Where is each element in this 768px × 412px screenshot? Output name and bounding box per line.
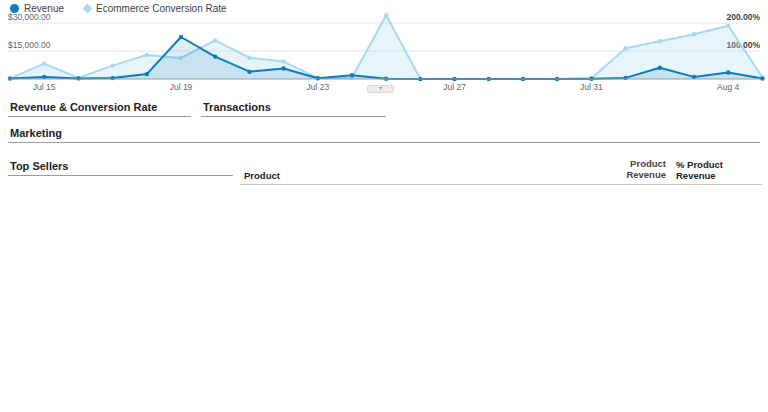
svg-text:Aug 4: Aug 4 [717,82,739,92]
legend-revenue: Revenue [10,3,64,14]
column-header-product[interactable]: Product [244,170,588,181]
top-sellers-section: Top Sellers Product Product Revenue % Pr… [0,157,768,185]
svg-text:Jul 19: Jul 19 [170,82,193,92]
svg-text:200.00%: 200.00% [726,13,760,22]
svg-text:Jul 15: Jul 15 [33,82,56,92]
svg-text:$15,000.00: $15,000.00 [8,40,51,50]
legend-revenue-label: Revenue [24,3,64,14]
panel-revenue-conversion: Revenue & Conversion Rate [8,98,191,117]
product-table: Product Product Revenue % Product Revenu… [240,157,768,185]
column-header-product-revenue[interactable]: Product Revenue [588,159,666,181]
revenue-series-dot-icon [10,4,19,13]
summary-scorecards: Revenue & Conversion Rate Transactions [0,98,768,117]
top-sellers-title: Top Sellers [8,157,233,176]
top-sellers-nav: Top Sellers [8,157,233,185]
timeline-collapse-handle[interactable]: ▾ [367,85,394,93]
svg-text:Jul 27: Jul 27 [443,82,466,92]
legend-conversion-label: Ecommerce Conversion Rate [96,3,227,14]
timeline-chart-card: Revenue Ecommerce Conversion Rate $30,00… [0,0,768,96]
svg-text:Jul 23: Jul 23 [306,82,329,92]
marketing-section: Marketing [0,124,768,148]
svg-text:$30,000.00: $30,000.00 [8,13,51,22]
chart-legend: Revenue Ecommerce Conversion Rate [10,3,227,14]
revenue-conversion-line-chart: $30,000.00$15,000.00200.00%100.00%Jul 15… [0,13,768,95]
conversion-series-diamond-icon [83,4,93,14]
table-header: Product Product Revenue % Product Revenu… [240,157,762,185]
marketing-title: Marketing [8,124,760,143]
section-title: Transactions [201,98,386,117]
column-header-pct-product-revenue[interactable]: % Product Revenue [676,159,762,181]
legend-conversion-rate: Ecommerce Conversion Rate [84,3,227,14]
section-title: Revenue & Conversion Rate [8,98,191,117]
panel-transactions: Transactions [201,98,386,117]
svg-text:Jul 31: Jul 31 [580,82,603,92]
